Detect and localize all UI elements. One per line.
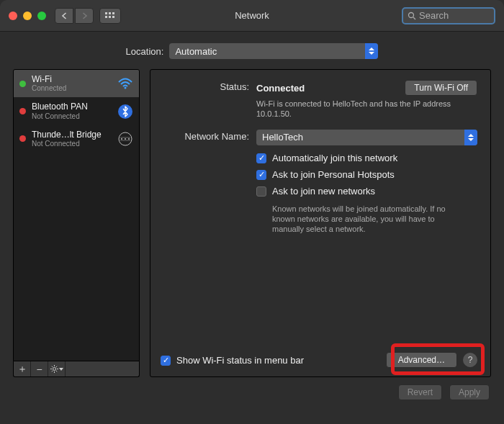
ask-new-label: Ask to join new networks	[272, 186, 375, 197]
service-status: Connected	[32, 84, 112, 93]
status-label: Status:	[159, 80, 256, 119]
svg-line-22	[55, 366, 56, 367]
ask-new-checkbox[interactable]	[256, 186, 266, 197]
titlebar: Network Search	[0, 0, 504, 32]
revert-button[interactable]: Revert	[398, 384, 442, 400]
service-list: Wi-Fi Connected Bluetooth PAN Not Co	[13, 69, 140, 361]
svg-line-7	[413, 17, 415, 19]
sidebar-toolbar: ＋ −	[13, 361, 140, 377]
gear-icon	[50, 365, 58, 373]
service-status: Not Connected	[32, 140, 112, 148]
thunderbolt-icon	[117, 131, 133, 147]
auto-join-checkbox[interactable]	[256, 153, 266, 163]
network-name-value: HelloTech	[262, 132, 303, 143]
location-select[interactable]: Automatic	[169, 43, 378, 59]
detail-pane: Status: Connected Turn Wi-Fi Off Wi-Fi i…	[150, 69, 491, 377]
service-name: Thunde…lt Bridge	[32, 130, 112, 140]
sidebar-item-wifi[interactable]: Wi-Fi Connected	[14, 70, 139, 97]
status-value: Connected	[256, 83, 305, 94]
service-name: Bluetooth PAN	[32, 102, 112, 112]
show-menu-label: Show Wi-Fi status in menu bar	[176, 355, 304, 366]
svg-rect-2	[112, 12, 114, 14]
svg-rect-1	[109, 12, 111, 14]
svg-line-19	[51, 366, 52, 367]
svg-point-13	[128, 138, 130, 140]
show-menu-checkbox[interactable]	[161, 356, 171, 366]
remove-service-button[interactable]: −	[31, 361, 48, 376]
nav-buttons	[55, 8, 94, 24]
ask-hotspots-label: Ask to join Personal Hotspots	[272, 169, 395, 180]
service-status: Not Connected	[32, 112, 112, 121]
svg-point-8	[125, 87, 127, 89]
search-icon	[408, 12, 416, 20]
advanced-button[interactable]: Advanced…	[386, 352, 457, 368]
turn-wifi-off-button[interactable]: Turn Wi-Fi Off	[405, 80, 477, 96]
status-description: Wi-Fi is connected to HelloTech and has …	[256, 99, 465, 119]
svg-line-21	[51, 371, 52, 371]
back-button[interactable]	[55, 8, 73, 24]
svg-rect-0	[105, 12, 107, 14]
status-dot-icon	[19, 108, 26, 114]
zoom-icon[interactable]	[37, 12, 46, 20]
ask-new-help: Known networks will be joined automatica…	[272, 204, 459, 235]
service-name: Wi-Fi	[32, 74, 112, 84]
traffic-lights	[9, 12, 46, 20]
svg-point-14	[53, 368, 55, 371]
minimize-icon[interactable]	[23, 12, 32, 20]
svg-point-6	[409, 12, 414, 17]
svg-point-12	[125, 138, 126, 140]
forward-button[interactable]	[75, 8, 94, 24]
status-dot-icon	[19, 81, 26, 87]
footer: Revert Apply	[0, 377, 504, 400]
location-row: Location: Automatic	[0, 32, 504, 69]
actions-menu-button[interactable]	[48, 361, 66, 376]
search-placeholder: Search	[419, 10, 449, 21]
auto-join-label: Automatically join this network	[272, 153, 397, 163]
svg-rect-4	[109, 16, 111, 18]
network-name-label: Network Name:	[159, 130, 256, 240]
location-label: Location:	[126, 46, 164, 57]
updown-icon	[365, 43, 378, 59]
svg-rect-5	[112, 16, 114, 18]
location-value: Automatic	[175, 46, 217, 57]
updown-icon	[464, 130, 477, 145]
network-name-select[interactable]: HelloTech	[256, 130, 477, 145]
bluetooth-icon	[117, 104, 133, 119]
status-dot-icon	[19, 135, 26, 142]
search-input[interactable]: Search	[402, 7, 495, 24]
show-all-button[interactable]	[99, 8, 121, 24]
chevron-down-icon	[59, 368, 63, 371]
ask-hotspots-checkbox[interactable]	[256, 170, 266, 180]
svg-rect-3	[105, 16, 107, 18]
add-service-button[interactable]: ＋	[14, 361, 31, 376]
sidebar-item-bluetooth[interactable]: Bluetooth PAN Not Connected	[14, 97, 139, 125]
sidebar: Wi-Fi Connected Bluetooth PAN Not Co	[13, 69, 140, 377]
apply-button[interactable]: Apply	[449, 384, 490, 400]
sidebar-item-thunderbolt[interactable]: Thunde…lt Bridge Not Connected	[14, 125, 139, 153]
svg-point-11	[121, 138, 122, 140]
svg-line-20	[55, 371, 56, 371]
wifi-icon	[117, 76, 133, 91]
close-icon[interactable]	[9, 12, 17, 20]
help-button[interactable]: ?	[463, 353, 477, 367]
